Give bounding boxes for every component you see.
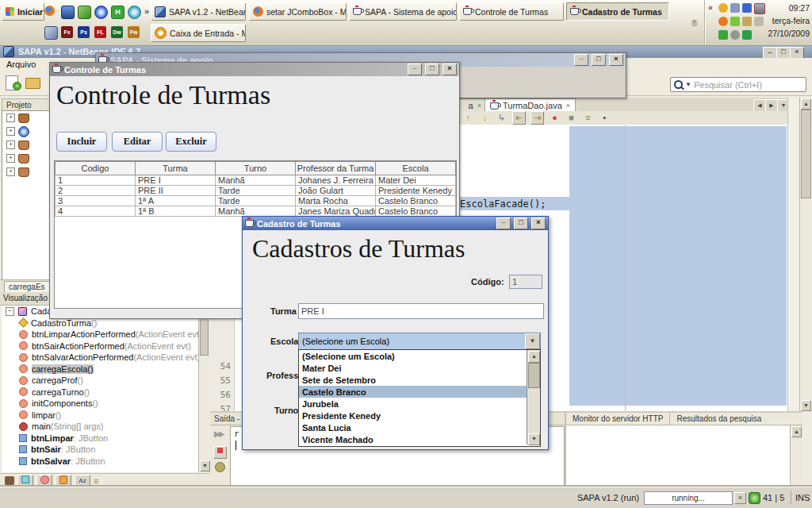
col-escola[interactable]: Escola: [376, 162, 456, 175]
expand-icon[interactable]: +: [6, 140, 15, 149]
table-row[interactable]: 1PRE IManhãJohanes J. FerreiraMater Dei: [56, 175, 456, 186]
minimize-icon[interactable]: [496, 217, 511, 229]
maximize-icon[interactable]: [592, 54, 606, 66]
tray-clock[interactable]: 09:27 terça-feira 27/10/2009: [759, 2, 810, 40]
navigator-member[interactable]: btnSairActionPerformed(ActionEvent evt): [2, 341, 198, 352]
start-button[interactable]: Iniciar: [2, 2, 44, 21]
navigator-member-selected[interactable]: carregaEscola(): [2, 364, 198, 375]
controle-titlebar[interactable]: Controle de Turmas: [50, 63, 459, 76]
run-to-cursor-icon[interactable]: ⇤: [512, 111, 526, 125]
step-into-icon[interactable]: ↓: [479, 112, 491, 124]
fireworks-icon[interactable]: Fw: [128, 26, 140, 38]
show-methods-icon[interactable]: [40, 475, 49, 484]
quicklaunch-chevron-icon[interactable]: »: [144, 6, 149, 16]
scrollbar-thumb[interactable]: [528, 363, 540, 388]
cancel-progress-icon[interactable]: [734, 492, 746, 504]
scrollbar-thumb[interactable]: [801, 110, 811, 198]
col-turma[interactable]: Turma: [136, 162, 216, 175]
table-row[interactable]: 31ª ATardeMarta RochaCastelo Branco: [56, 196, 456, 206]
close-tab-icon[interactable]: ×: [566, 102, 570, 110]
dropdown-item[interactable]: Jurubela: [299, 398, 527, 410]
app-h-icon[interactable]: H: [111, 6, 124, 19]
tray-power-icon[interactable]: [718, 30, 728, 40]
media-player-icon[interactable]: [78, 6, 91, 19]
search-box[interactable]: ▼ Pesquisar (Ctrl+I): [670, 77, 806, 92]
navigator-member[interactable]: btnSair : JButton: [2, 444, 198, 456]
taskbar-button-netbeans[interactable]: SAPA v1.2 - NetBeans I...: [151, 2, 246, 21]
scroll-up-icon[interactable]: [801, 98, 811, 110]
dropdown-item-selected[interactable]: Castelo Branco: [299, 386, 527, 398]
scroll-down-icon[interactable]: [801, 400, 811, 411]
tray-sync-icon[interactable]: [742, 30, 752, 40]
close-icon[interactable]: [790, 47, 804, 59]
tabs-scroll-left-icon[interactable]: [753, 99, 766, 112]
table-row[interactable]: 41ª BManhãJanes Mariza Quadr...Castelo B…: [56, 206, 456, 217]
codigo-field[interactable]: 1: [509, 275, 542, 289]
escola-combobox[interactable]: (Selecione um Escola): [298, 333, 541, 350]
tray-antivirus-icon[interactable]: [730, 17, 740, 26]
stop-run-icon[interactable]: [213, 446, 227, 459]
tray-firefox-icon[interactable]: [718, 17, 728, 26]
itunes-icon[interactable]: [128, 6, 141, 19]
minimize-icon[interactable]: [408, 64, 422, 75]
dropdown-scrollbar[interactable]: [527, 350, 540, 444]
editar-button[interactable]: Editar: [112, 132, 163, 152]
maximize-icon[interactable]: [425, 64, 439, 75]
navigator-title[interactable]: carregaEs: [4, 281, 50, 293]
tab-http-monitor[interactable]: Monitor do servidor HTTP: [566, 413, 670, 425]
step-over-icon[interactable]: ↳: [496, 112, 508, 124]
taskbar-button-outlook[interactable]: Caixa de Entrada - Micro...: [151, 24, 246, 42]
macro-icon[interactable]: ▪: [599, 112, 611, 124]
firefox-icon[interactable]: [44, 6, 55, 16]
dreamweaver-icon[interactable]: Dw: [111, 26, 123, 38]
lock-icon[interactable]: [59, 475, 67, 484]
navigator-member[interactable]: btnLimparActionPerformed(ActionEvent evt…: [2, 329, 198, 341]
dropdown-item[interactable]: Vicente Machado: [299, 433, 527, 445]
expand-icon[interactable]: +: [6, 114, 15, 122]
dropdown-item[interactable]: Sete de Setembro: [299, 374, 527, 386]
scroll-down-icon[interactable]: [528, 433, 540, 445]
combo-arrow-icon[interactable]: [525, 333, 540, 349]
incluir-button[interactable]: Incluir: [56, 132, 107, 152]
close-icon[interactable]: [442, 64, 457, 75]
editor-scrollbar[interactable]: [799, 98, 811, 411]
tabs-scroll-right-icon[interactable]: [765, 99, 778, 112]
show-desktop-icon[interactable]: [61, 6, 75, 19]
tray-java-icon[interactable]: [730, 3, 740, 13]
navigator-member[interactable]: limpar(): [2, 410, 198, 421]
taskbar-button-controle[interactable]: Controle de Turmas: [459, 2, 564, 21]
inherited-members-icon[interactable]: [5, 476, 14, 485]
collapse-icon[interactable]: −: [6, 307, 14, 316]
expand-icon[interactable]: +: [6, 154, 15, 163]
taskbar-button-cadastro[interactable]: Cadastro de Turmas: [566, 2, 669, 21]
bottom-panel-body[interactable]: [566, 425, 790, 487]
minimize-icon[interactable]: [763, 47, 777, 59]
tray-monitor-icon[interactable]: [730, 30, 740, 40]
col-codigo[interactable]: Codigo: [56, 162, 136, 175]
close-tab-icon[interactable]: ×: [477, 102, 481, 110]
minimize-icon[interactable]: [574, 54, 588, 66]
tab-turmadao-java[interactable]: TurmaDao.java×: [485, 98, 576, 112]
sort-source-icon[interactable]: ≡: [94, 476, 98, 486]
navigator-member[interactable]: btnSalvar : JButton: [2, 456, 198, 468]
close-icon[interactable]: [609, 54, 623, 66]
flex-icon[interactable]: Fx: [61, 26, 73, 38]
browser-icon[interactable]: [94, 6, 108, 19]
menu-arquivo[interactable]: Arquivo: [6, 60, 36, 69]
tray-clock-icon[interactable]: [718, 3, 728, 13]
scroll-up-icon[interactable]: [791, 426, 802, 437]
photoshop-icon[interactable]: Ps: [78, 26, 90, 38]
navigator-member[interactable]: main(String[] args): [2, 421, 198, 433]
maximize-icon[interactable]: [514, 217, 528, 229]
panel-scrollbar[interactable]: [790, 425, 802, 487]
expand-icon[interactable]: +: [6, 167, 15, 176]
turma-field[interactable]: PRE I: [298, 303, 544, 319]
dropdown-item[interactable]: Mater Dei: [299, 362, 527, 374]
navigator-member[interactable]: btnLimpar : JButton: [2, 433, 198, 444]
navigator-member[interactable]: initComponents(): [2, 398, 198, 410]
cadastro-titlebar[interactable]: Cadastro de Turmas: [243, 217, 548, 230]
taskbar-button-firefox[interactable]: setar JComboBox - Mozil...: [249, 2, 347, 21]
rerun-icon[interactable]: ▶▶: [214, 429, 223, 438]
stop-icon[interactable]: ■: [565, 112, 577, 124]
expand-icon[interactable]: +: [6, 127, 15, 136]
